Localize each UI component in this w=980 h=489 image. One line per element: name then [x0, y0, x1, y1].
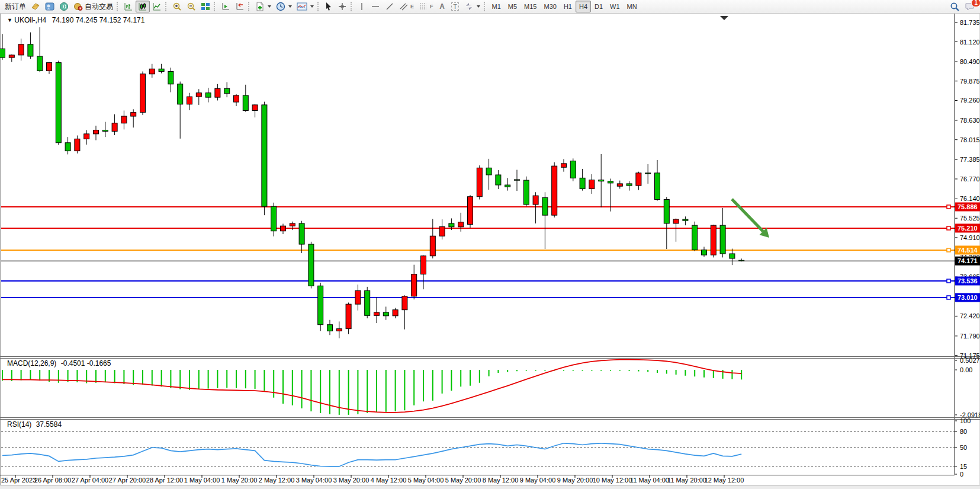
line-handle[interactable] — [947, 248, 950, 252]
candle-body — [318, 286, 323, 324]
candle-body — [271, 206, 277, 231]
time-tick-label: 12 May 12:00 — [705, 477, 744, 484]
chart-shift-icon[interactable] — [233, 1, 247, 12]
price-badge-label: 74.171 — [957, 257, 978, 264]
vertical-line-tool-icon[interactable] — [355, 1, 368, 12]
toolbar-grip — [484, 2, 486, 11]
candle-body — [439, 226, 445, 236]
candle-body — [327, 325, 333, 331]
candle-body — [412, 274, 417, 296]
search-icon[interactable] — [947, 1, 962, 12]
candle-body — [599, 180, 604, 181]
time-tick-label: 3 May 20:00 — [333, 477, 369, 484]
line-handle[interactable] — [947, 226, 950, 230]
time-tick-label: 27 Apr 04:00 — [72, 477, 108, 484]
new-order-label: 新订单 — [5, 2, 26, 12]
periods-clock-button[interactable] — [274, 1, 294, 12]
timeframe-button-M5[interactable]: M5 — [505, 1, 520, 12]
candle-body — [281, 226, 286, 231]
macd-tick-label: 0.5027 — [960, 357, 980, 364]
candle-body — [711, 225, 716, 255]
candle-body — [18, 44, 24, 55]
price-badge-label: 74.514 — [957, 247, 978, 254]
candle-body — [121, 116, 127, 123]
line-handle[interactable] — [947, 279, 950, 283]
time-tick-label: 9 May 20:00 — [557, 477, 593, 484]
candle-body — [730, 254, 735, 258]
chart-background — [0, 14, 980, 485]
timeframe-button-MN[interactable]: MN — [624, 1, 641, 12]
time-tick-label: 5 May 04:00 — [408, 477, 444, 484]
candle-body — [102, 130, 108, 131]
timeframe-button-M30[interactable]: M30 — [540, 1, 560, 12]
chart-canvas[interactable]: 81.73581.12080.49079.87579.26078.63078.0… — [0, 0, 980, 489]
macd-values: -0.4501 -0.1665 — [61, 359, 111, 367]
candle-body — [131, 113, 136, 116]
candle-body — [505, 185, 510, 187]
text-tool-icon[interactable]: A — [436, 1, 449, 12]
candle-body — [47, 63, 52, 71]
candle-body — [112, 123, 117, 132]
trendline-tool-icon[interactable] — [383, 1, 397, 12]
candle-body — [533, 196, 538, 204]
candle-body — [149, 69, 155, 74]
symbol-dropdown-icon[interactable]: ▼ — [7, 17, 12, 23]
line-handle[interactable] — [947, 205, 950, 209]
timeframe-button-M15[interactable]: M15 — [520, 1, 540, 12]
zoom-out-icon[interactable] — [184, 1, 198, 12]
price-tick-label: 76.770 — [960, 175, 980, 183]
fibonacci-tool-icon[interactable]: F — [416, 1, 436, 12]
candle-body — [468, 197, 473, 225]
new-order-button[interactable]: 新订单 — [2, 1, 28, 12]
time-tick-label: 28 Apr 12:00 — [146, 477, 183, 484]
price-tick-label: 75.525 — [960, 215, 980, 222]
notifications-icon[interactable]: 1 — [962, 1, 978, 12]
candle-body — [570, 161, 576, 178]
candle-body — [65, 143, 70, 151]
rsi-tick-label: 50 — [960, 444, 967, 451]
price-tick-label: 71.790 — [960, 333, 980, 340]
signals-icon[interactable] — [57, 1, 71, 12]
candlestick-chart-icon[interactable] — [136, 1, 150, 12]
candle-body — [720, 225, 725, 254]
candle-body — [589, 180, 595, 189]
zoom-in-icon[interactable] — [170, 1, 184, 12]
candle-body — [561, 164, 567, 167]
market-watch-icon[interactable] — [43, 1, 57, 12]
candle-body — [655, 173, 660, 200]
time-tick-label: 4 May 12:00 — [371, 477, 407, 484]
rsi-name: RSI(14) — [7, 420, 31, 429]
price-tick-label: 79.875 — [960, 78, 980, 85]
timeframe-button-D1[interactable]: D1 — [591, 1, 606, 12]
arrows-tool-icon[interactable] — [462, 1, 483, 12]
time-tick-label: 9 May 04:00 — [520, 477, 556, 484]
tile-windows-icon[interactable] — [198, 1, 213, 12]
channel-tool-icon[interactable]: E — [397, 1, 416, 12]
horizontal-line-tool-icon[interactable] — [368, 1, 383, 12]
candle-body — [94, 130, 99, 133]
indicators-button[interactable] — [294, 1, 316, 12]
line-handle[interactable] — [947, 296, 950, 299]
timeframe-button-H4[interactable]: H4 — [576, 1, 591, 12]
auto-scroll-icon[interactable] — [219, 1, 233, 12]
candle-body — [673, 219, 679, 223]
auto-trading-button[interactable]: 自动交易 — [71, 1, 115, 12]
cursor-icon[interactable] — [322, 1, 335, 12]
notification-count-badge: 1 — [971, 0, 980, 7]
timeframe-button-W1[interactable]: W1 — [606, 1, 624, 12]
candle-body — [309, 244, 314, 286]
macd-indicator-label: MACD(12,26,9) -0.4501 -0.1665 — [7, 359, 111, 367]
timeframe-button-H1[interactable]: H1 — [560, 1, 576, 12]
crosshair-icon[interactable] — [335, 1, 349, 12]
price-tick-label: 80.490 — [960, 58, 980, 65]
candle-body — [0, 49, 5, 57]
timeframe-button-M1[interactable]: M1 — [489, 1, 505, 12]
new-chart-button[interactable] — [253, 1, 274, 12]
line-chart-icon[interactable] — [150, 1, 164, 12]
dropdown-caret-icon — [288, 5, 292, 8]
favorites-icon[interactable] — [28, 1, 43, 12]
bar-chart-icon[interactable] — [121, 1, 136, 12]
macd-tick-label: 0.00 — [960, 366, 972, 373]
time-tick-label: 5 May 20:00 — [445, 477, 481, 484]
label-tool-icon[interactable]: T — [449, 1, 462, 12]
